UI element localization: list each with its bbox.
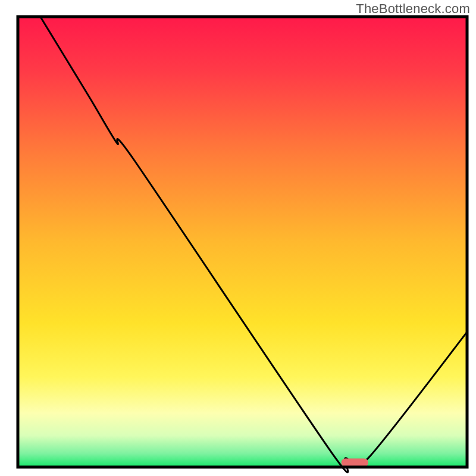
- optimal-range-marker: [342, 458, 368, 466]
- chart-frame: TheBottleneck.com: [0, 0, 476, 476]
- gradient-background: [18, 17, 467, 467]
- bottleneck-plot: [0, 0, 476, 476]
- plot-area: [18, 17, 467, 472]
- watermark-label: TheBottleneck.com: [356, 1, 470, 17]
